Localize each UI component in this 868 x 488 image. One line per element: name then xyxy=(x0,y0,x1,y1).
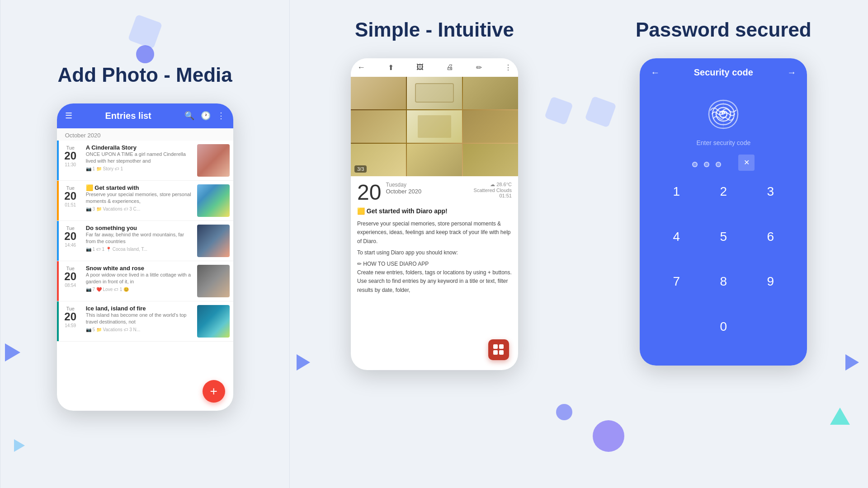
photo-collage: 3/3 xyxy=(351,77,518,176)
share-icon[interactable]: ⬆ xyxy=(388,63,394,72)
day-num: 20 xyxy=(62,231,79,242)
entry-time-label: 01:51 xyxy=(474,193,512,198)
security-header: ← Security code → xyxy=(640,58,807,82)
deco-arrow-2 xyxy=(14,439,25,452)
day-num: 20 xyxy=(62,271,79,282)
numpad: 1 2 3 4 5 6 7 8 9 0 xyxy=(640,173,807,366)
day-num: 20 xyxy=(62,150,79,161)
numpad-7[interactable]: 7 xyxy=(653,267,699,296)
security-screen: ← Security code → xyxy=(640,58,807,366)
entry-meta: 📷 1 🏷 1 📍 Cocoa Island, T... xyxy=(86,247,193,252)
search-icon[interactable]: 🔍 xyxy=(184,111,194,121)
fingerprint-area: Enter security code xyxy=(640,82,807,151)
more-icon[interactable]: ⋮ xyxy=(217,111,225,121)
app-header: ☰ Entries list 🔍 🕐 ⋮ xyxy=(57,103,233,128)
numpad-2[interactable]: 2 xyxy=(700,177,746,206)
edit-icon[interactable]: ✏ xyxy=(476,63,482,72)
grid-cell xyxy=(407,144,462,176)
forward-nav-icon[interactable]: → xyxy=(787,67,796,78)
panel-add-photo: Add Photo - Media ☰ Entries list 🔍 🕐 ⋮ O… xyxy=(0,0,290,488)
panel3-title: Password secured xyxy=(636,18,811,42)
fingerprint-icon[interactable] xyxy=(705,96,741,132)
entry-body-text3: ✏ HOW TO USE DIARO APPCreate new entries… xyxy=(357,260,512,295)
entry-thumbnail xyxy=(197,265,230,297)
backspace-button[interactable]: ✕ xyxy=(738,155,755,171)
entry-content-2: 🟨 Get started with Preserve your special… xyxy=(82,181,197,221)
weather-temp: ☁ 28.6°C xyxy=(474,182,512,188)
entry-list: Tue 20 11:30 A Cinderalla Story ONCE UPO… xyxy=(57,141,233,408)
entry-snippet: Preserve your special memories, store pe… xyxy=(86,191,193,205)
deco-triangle-1 xyxy=(830,408,850,425)
month-year-label: October 2020 xyxy=(386,188,421,195)
more-options-icon[interactable]: ⋮ xyxy=(505,63,512,72)
entry-snippet: This island has become one of the world'… xyxy=(86,312,193,326)
deco-shape-2 xyxy=(544,96,573,125)
entry-body-title: 🟨 Get started with Diaro app! xyxy=(357,206,512,216)
numpad-3[interactable]: 3 xyxy=(747,177,793,206)
menu-icon[interactable]: ☰ xyxy=(65,111,72,121)
numpad-1[interactable]: 1 xyxy=(653,177,699,206)
back-icon[interactable]: ← xyxy=(357,63,365,72)
entry-header-bar: ← ⬆ 🖼 🖨 ✏ ⋮ xyxy=(351,58,518,77)
entry-time: 01:51 xyxy=(62,202,79,207)
list-item[interactable]: Tue 20 14:59 Ice land, island of fire Th… xyxy=(57,301,233,342)
numpad-6[interactable]: 6 xyxy=(747,222,793,251)
day-num: 20 xyxy=(62,191,79,202)
numpad-8[interactable]: 8 xyxy=(700,267,746,296)
entry-date-2: Tue 20 01:51 xyxy=(59,181,82,221)
entry-snippet: A poor widow once lived in a little cott… xyxy=(86,272,193,286)
deco-shape-1 xyxy=(127,14,162,49)
grid-cell xyxy=(463,144,518,176)
deco-circle-1 xyxy=(136,45,154,63)
day-num: 20 xyxy=(62,311,79,322)
entry-content-3: Do something you Far far away, behind th… xyxy=(82,221,197,261)
grid-cell xyxy=(463,77,518,109)
entry-date-4: Tue 20 08:54 xyxy=(59,261,82,301)
fab-add-button[interactable]: + xyxy=(203,380,225,403)
list-item[interactable]: Tue 20 08:54 Snow white and rose A poor … xyxy=(57,261,233,301)
deco-arrow-4 xyxy=(845,354,859,371)
print-icon[interactable]: 🖨 xyxy=(446,63,453,71)
security-title: Security code xyxy=(694,67,753,78)
security-subtitle: Enter security code xyxy=(696,139,750,146)
entry-date-5: Tue 20 14:59 xyxy=(59,301,82,341)
pin-dot-2 xyxy=(704,162,709,167)
entry-time: 14:59 xyxy=(62,323,79,328)
entry-content-1: A Cinderalla Story ONCE UPON A TIME a gi… xyxy=(82,141,197,180)
entry-meta: 📷 1 📁 Story 🏷 1 xyxy=(86,166,193,171)
entry-time: 08:54 xyxy=(62,283,79,288)
entry-time: 11:30 xyxy=(62,162,79,167)
numpad-5[interactable]: 5 xyxy=(700,222,746,251)
fab-grid-button[interactable] xyxy=(488,339,509,360)
history-icon[interactable]: 🕐 xyxy=(201,111,211,121)
phone-mockup-1: ☰ Entries list 🔍 🕐 ⋮ October 2020 Tue 20… xyxy=(57,103,233,411)
grid-icon xyxy=(493,344,504,355)
phone-mockup-3: ← Security code → xyxy=(640,58,807,366)
backspace-icon: ✕ xyxy=(744,158,750,167)
month-label: October 2020 xyxy=(57,128,233,141)
image-icon[interactable]: 🖼 xyxy=(416,63,424,71)
app-header-title: Entries list xyxy=(79,111,178,121)
list-item[interactable]: Tue 20 01:51 🟨 Get started with Preserve… xyxy=(57,181,233,221)
back-nav-icon[interactable]: ← xyxy=(651,67,660,78)
entry-date-1: Tue 20 11:30 xyxy=(59,141,82,180)
list-item[interactable]: Tue 20 14:46 Do something you Far far aw… xyxy=(57,221,233,261)
weather-info: ☁ 28.6°C Scattered Clouds 01:51 xyxy=(474,182,512,198)
grid-cell xyxy=(463,110,518,143)
numpad-9[interactable]: 9 xyxy=(747,267,793,296)
entry-thumbnail xyxy=(197,305,230,338)
entry-title: A Cinderalla Story xyxy=(86,144,193,151)
entry-snippet: ONCE UPON A TIME a girl named Cinderella… xyxy=(86,151,193,165)
grid-cell xyxy=(407,110,462,143)
phone-mockup-2: ← ⬆ 🖼 🖨 ✏ ⋮ xyxy=(351,58,518,370)
weather-desc: Scattered Clouds xyxy=(474,188,512,193)
entry-body: 🟨 Get started with Diaro app! Preserve y… xyxy=(351,206,518,301)
numpad-0[interactable]: 0 xyxy=(700,312,746,341)
entry-title: Do something you xyxy=(86,225,193,231)
numpad-4[interactable]: 4 xyxy=(653,222,699,251)
entry-thumbnail xyxy=(197,225,230,257)
list-item[interactable]: Tue 20 11:30 A Cinderalla Story ONCE UPO… xyxy=(57,141,233,181)
panel1-title: Add Photo - Media xyxy=(58,63,232,87)
entry-content-5: Ice land, island of fire This island has… xyxy=(82,301,197,341)
entry-date-big: 20 xyxy=(357,182,381,203)
